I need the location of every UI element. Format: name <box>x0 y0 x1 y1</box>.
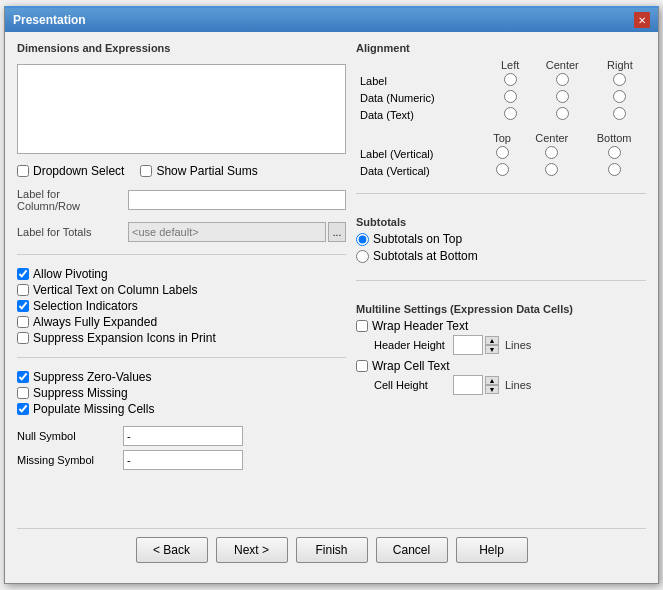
dimensions-expressions-box[interactable] <box>17 64 346 154</box>
totals-browse-button[interactable]: ... <box>328 222 346 242</box>
selection-indicators-checkbox[interactable] <box>17 300 29 312</box>
text-right-radio[interactable] <box>613 107 626 120</box>
vertical-text-checkbox[interactable] <box>17 284 29 296</box>
null-symbol-input[interactable] <box>123 426 243 446</box>
label-center-radio[interactable] <box>556 73 569 86</box>
suppress-expansion-label: Suppress Expansion Icons in Print <box>33 331 216 345</box>
cancel-button[interactable]: Cancel <box>376 537 448 563</box>
help-button[interactable]: Help <box>456 537 528 563</box>
label-totals-label: Label for Totals <box>17 226 122 238</box>
allow-pivoting-checkbox[interactable] <box>17 268 29 280</box>
data-vert-bottom-radio[interactable] <box>608 163 621 176</box>
label-vert-bottom-radio-cell <box>582 145 646 162</box>
cell-lines-label: Lines <box>505 379 531 391</box>
numeric-left-radio[interactable] <box>504 90 517 103</box>
suppress-missing-label: Suppress Missing <box>33 386 128 400</box>
label-totals-input[interactable] <box>128 222 326 242</box>
populate-missing-checkbox[interactable] <box>17 403 29 415</box>
close-button[interactable]: ✕ <box>634 12 650 28</box>
suppress-missing-checkbox[interactable] <box>17 387 29 399</box>
col-right-header: Right <box>594 58 646 72</box>
subtotals-on-top-item[interactable]: Subtotals on Top <box>356 232 646 246</box>
dropdown-select-checkbox-item[interactable]: Dropdown Select <box>17 164 124 178</box>
suppress-zero-item[interactable]: Suppress Zero-Values <box>17 370 346 384</box>
dropdown-select-checkbox[interactable] <box>17 165 29 177</box>
col-left-header: Left <box>490 58 531 72</box>
label-right-radio[interactable] <box>613 73 626 86</box>
text-center-radio-cell <box>531 106 594 123</box>
subtotals-at-bottom-radio[interactable] <box>356 250 369 263</box>
table-row: Label <box>356 72 646 89</box>
finish-button[interactable]: Finish <box>296 537 368 563</box>
suppress-zero-checkbox[interactable] <box>17 371 29 383</box>
row-label-cell: Label <box>356 72 490 89</box>
show-partial-sums-checkbox[interactable] <box>140 165 152 177</box>
subtotals-on-top-label: Subtotals on Top <box>373 232 462 246</box>
label-right-radio-cell <box>594 72 646 89</box>
suppress-missing-item[interactable]: Suppress Missing <box>17 386 346 400</box>
next-button[interactable]: Next > <box>216 537 288 563</box>
header-lines-label: Lines <box>505 339 531 351</box>
suppress-expansion-checkbox[interactable] <box>17 332 29 344</box>
numeric-right-radio[interactable] <box>613 90 626 103</box>
numeric-center-radio[interactable] <box>556 90 569 103</box>
allow-pivoting-item[interactable]: Allow Pivoting <box>17 267 346 281</box>
alignment-table: Left Center Right Label <box>356 58 646 123</box>
header-height-up-btn[interactable]: ▲ <box>485 336 499 345</box>
always-expanded-item[interactable]: Always Fully Expanded <box>17 315 346 329</box>
vertical-alignment-table: Top Center Bottom Label (Vertical) <box>356 131 646 179</box>
text-center-radio[interactable] <box>556 107 569 120</box>
separator-1 <box>17 254 346 255</box>
dim-expr-label: Dimensions and Expressions <box>17 42 346 54</box>
vertical-text-item[interactable]: Vertical Text on Column Labels <box>17 283 346 297</box>
multiline-label: Multiline Settings (Expression Data Cell… <box>356 303 646 315</box>
cell-height-down-btn[interactable]: ▼ <box>485 385 499 394</box>
label-vert-top-radio[interactable] <box>496 146 509 159</box>
right-separator-1 <box>356 193 646 194</box>
alignment-label: Alignment <box>356 42 646 54</box>
data-text-cell: Data (Text) <box>356 106 490 123</box>
wrap-header-checkbox[interactable] <box>356 320 368 332</box>
populate-missing-item[interactable]: Populate Missing Cells <box>17 402 346 416</box>
missing-symbol-input[interactable] <box>123 450 243 470</box>
wrap-cell-item[interactable]: Wrap Cell Text <box>356 359 450 373</box>
label-left-radio-cell <box>490 72 531 89</box>
title-bar: Presentation ✕ <box>5 8 658 32</box>
header-height-label: Header Height <box>374 339 449 351</box>
data-vert-top-radio[interactable] <box>496 163 509 176</box>
wrap-cell-checkbox[interactable] <box>356 360 368 372</box>
data-vert-top-radio-cell <box>483 162 521 179</box>
label-vert-center-radio[interactable] <box>545 146 558 159</box>
header-height-input[interactable]: 2 <box>453 335 483 355</box>
table-row: Data (Numeric) <box>356 89 646 106</box>
cell-height-up-btn[interactable]: ▲ <box>485 376 499 385</box>
zero-missing-section: Suppress Zero-Values Suppress Missing Po… <box>17 370 346 416</box>
always-expanded-checkbox[interactable] <box>17 316 29 328</box>
suppress-expansion-item[interactable]: Suppress Expansion Icons in Print <box>17 331 346 345</box>
right-separator-2 <box>356 280 646 281</box>
text-left-radio[interactable] <box>504 107 517 120</box>
label-vert-bottom-radio[interactable] <box>608 146 621 159</box>
options-section: Allow Pivoting Vertical Text on Column L… <box>17 267 346 345</box>
show-partial-sums-checkbox-item[interactable]: Show Partial Sums <box>140 164 257 178</box>
cell-height-input[interactable]: 2 <box>453 375 483 395</box>
text-right-radio-cell <box>594 106 646 123</box>
cell-height-row: Cell Height 2 ▲ ▼ Lines <box>374 375 646 395</box>
back-button[interactable]: < Back <box>136 537 208 563</box>
table-row: Data (Text) <box>356 106 646 123</box>
header-height-down-btn[interactable]: ▼ <box>485 345 499 354</box>
selection-indicators-item[interactable]: Selection Indicators <box>17 299 346 313</box>
null-missing-section: Null Symbol Missing Symbol <box>17 426 346 470</box>
data-vert-center-radio-cell <box>521 162 582 179</box>
null-symbol-row: Null Symbol <box>17 426 346 446</box>
wrap-header-item[interactable]: Wrap Header Text <box>356 319 468 333</box>
data-vert-center-radio[interactable] <box>545 163 558 176</box>
label-left-radio[interactable] <box>504 73 517 86</box>
wrap-cell-row: Wrap Cell Text <box>356 359 646 373</box>
subtotals-at-bottom-item[interactable]: Subtotals at Bottom <box>356 249 646 263</box>
col-bottom-header: Bottom <box>582 131 646 145</box>
header-height-row: Header Height 2 ▲ ▼ Lines <box>374 335 646 355</box>
label-vert-center-radio-cell <box>521 145 582 162</box>
label-column-input[interactable] <box>128 190 346 210</box>
subtotals-on-top-radio[interactable] <box>356 233 369 246</box>
